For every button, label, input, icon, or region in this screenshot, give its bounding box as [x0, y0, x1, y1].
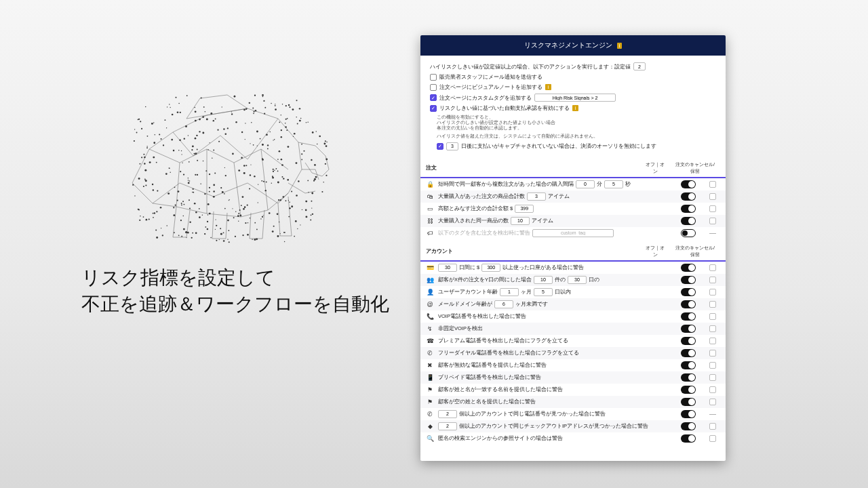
svg-point-268	[225, 134, 227, 136]
cancel-checkbox[interactable]	[709, 218, 716, 224]
svg-point-322	[283, 196, 285, 198]
cancel-checkbox[interactable]	[709, 205, 716, 212]
rule-input[interactable]	[494, 300, 513, 308]
svg-point-23	[193, 188, 194, 190]
toggle-switch[interactable]	[681, 312, 696, 321]
rule-icon: ☎	[426, 337, 434, 345]
svg-point-138	[277, 159, 279, 160]
checkbox-void[interactable]	[437, 143, 443, 150]
rule-input[interactable]	[534, 276, 553, 284]
toggle-switch[interactable]	[681, 434, 696, 443]
cancel-checkbox[interactable]	[709, 301, 716, 308]
rule-input-b[interactable]	[568, 276, 587, 284]
toggle-switch[interactable]	[681, 410, 696, 418]
cancel-checkbox[interactable]	[709, 338, 716, 344]
cancel-checkbox[interactable]	[709, 264, 716, 271]
cancel-checkbox[interactable]	[709, 289, 716, 296]
toggle-switch[interactable]	[681, 386, 696, 394]
toggle-switch[interactable]	[681, 361, 696, 369]
rule-icon: ◆	[426, 422, 434, 430]
rule-icon: 👥	[426, 276, 434, 284]
svg-point-186	[260, 138, 261, 140]
svg-point-82	[251, 122, 252, 123]
toggle-switch[interactable]	[681, 180, 696, 188]
svg-point-156	[238, 213, 239, 214]
cancel-checkbox[interactable]	[709, 325, 716, 332]
cancel-checkbox[interactable]	[709, 350, 716, 357]
info-icon[interactable]: i	[545, 84, 551, 90]
void-days-input[interactable]	[446, 142, 458, 150]
cancel-checkbox[interactable]	[709, 386, 716, 393]
toggle-switch[interactable]	[681, 288, 696, 296]
svg-point-163	[185, 231, 186, 232]
svg-point-246	[247, 205, 248, 206]
rule-input-b[interactable]	[604, 180, 623, 188]
svg-point-231	[263, 181, 264, 182]
svg-point-245	[169, 167, 170, 169]
checkbox-tag[interactable]	[430, 94, 437, 101]
svg-point-379	[285, 119, 287, 120]
toggle-switch[interactable]	[681, 349, 696, 357]
svg-point-282	[204, 233, 205, 235]
tag-input[interactable]	[534, 94, 616, 102]
toggle-switch[interactable]	[681, 398, 696, 406]
rule-controls	[681, 398, 716, 406]
svg-point-356	[189, 221, 191, 222]
toggle-switch[interactable]	[681, 300, 696, 308]
cancel-checkbox[interactable]	[709, 181, 716, 188]
rule-input[interactable]	[438, 264, 457, 272]
toggle-switch[interactable]	[681, 264, 696, 272]
svg-point-201	[282, 104, 283, 104]
svg-point-275	[213, 120, 214, 121]
cancel-checkbox[interactable]	[709, 435, 716, 442]
rule-input[interactable]	[527, 192, 546, 201]
rule-input[interactable]	[500, 288, 519, 296]
rule-input[interactable]	[511, 217, 530, 225]
svg-point-200	[312, 214, 313, 215]
checkbox-autopay[interactable]	[430, 105, 437, 112]
cancel-checkbox[interactable]	[709, 193, 716, 200]
rule-row: ✖顧客が無効な電話番号を提供した場合に警告	[420, 359, 726, 371]
rule-row: ✆フリーダイヤル電話番号を検出した場合にフラグを立てる	[420, 347, 726, 359]
rule-input[interactable]	[576, 180, 595, 188]
svg-point-134	[202, 116, 204, 118]
toggle-switch[interactable]	[681, 276, 696, 284]
rule-input[interactable]	[532, 229, 614, 237]
info-icon[interactable]: i	[572, 105, 578, 111]
rule-label: 顧客が無効な電話番号を提供した場合に警告	[438, 362, 677, 369]
checkbox-mail[interactable]	[430, 74, 437, 81]
toggle-switch[interactable]	[681, 229, 696, 237]
rule-input-b[interactable]	[534, 288, 553, 296]
rule-controls	[681, 264, 716, 272]
toggle-switch[interactable]	[681, 205, 696, 213]
svg-point-339	[132, 184, 134, 186]
threshold-input[interactable]	[633, 62, 646, 70]
toggle-switch[interactable]	[681, 217, 696, 225]
toggle-switch[interactable]	[681, 373, 696, 382]
cancel-checkbox[interactable]	[709, 362, 716, 369]
cancel-checkbox: —	[709, 230, 716, 237]
svg-point-77	[319, 136, 321, 138]
toggle-switch[interactable]	[681, 325, 696, 333]
cancel-checkbox[interactable]	[709, 399, 716, 405]
cancel-checkbox[interactable]	[709, 374, 716, 381]
svg-point-61	[250, 218, 251, 219]
rule-label: メールドメイン年齢がヶ月未満です	[438, 300, 677, 308]
info-icon[interactable]: i	[617, 43, 623, 49]
rule-row: 🏷以下のタグを含む注文を検出時に警告—	[420, 227, 726, 239]
rule-input[interactable]	[438, 422, 457, 430]
cancel-checkbox[interactable]	[709, 313, 716, 320]
svg-point-45	[208, 149, 209, 150]
svg-point-27	[194, 153, 195, 155]
rule-input[interactable]	[438, 410, 457, 418]
rule-input[interactable]	[515, 205, 534, 213]
toggle-switch[interactable]	[681, 337, 696, 345]
svg-point-188	[245, 139, 245, 140]
toggle-switch[interactable]	[681, 422, 696, 430]
rule-input-b[interactable]	[481, 264, 500, 272]
cancel-checkbox[interactable]	[709, 423, 716, 430]
cancel-checkbox[interactable]	[709, 277, 716, 283]
svg-point-181	[216, 240, 217, 241]
checkbox-visual[interactable]	[430, 84, 437, 91]
toggle-switch[interactable]	[681, 192, 696, 201]
